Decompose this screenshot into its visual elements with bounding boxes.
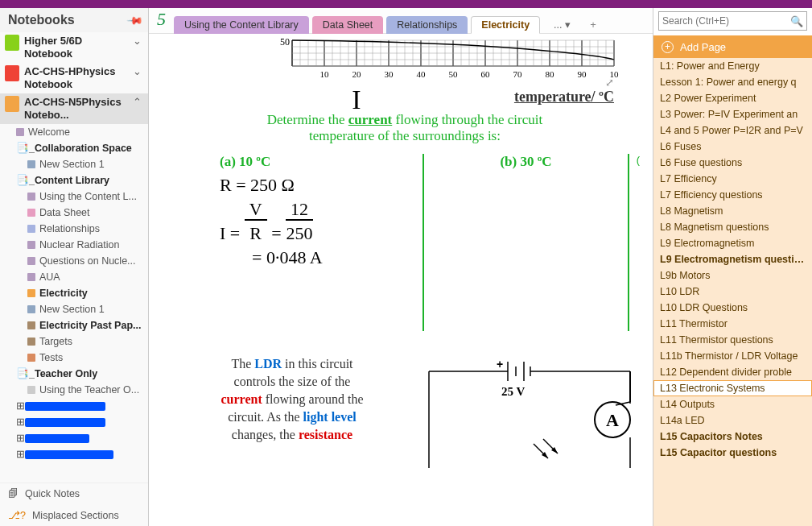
page-item[interactable]: L10 LDR — [653, 284, 812, 300]
note-canvas[interactable]: 50 10203040506070809010 ⤢ temperature/ º… — [149, 34, 653, 526]
tab-relationships[interactable]: Relationships — [386, 16, 468, 34]
handwritten-working: R = 250 Ω I = VR = 12250 = 0·048 A — [220, 173, 422, 270]
page-item[interactable]: L1: Power and Energy — [653, 58, 812, 74]
tab-data-sheet[interactable]: Data Sheet — [312, 16, 384, 34]
sidebar-title: Notebooks — [8, 13, 75, 27]
page-item[interactable]: L13 Electronic Systems — [653, 380, 812, 396]
section-group-teacher[interactable]: 📑 _Teacher Only — [2, 366, 148, 382]
notebook-label: AC-CHS-N5Physics Notebo... — [24, 96, 131, 122]
section-item[interactable]: Electricity Past Pap... — [2, 317, 148, 333]
page-item[interactable]: L11 Thermistor — [653, 316, 812, 332]
plus-icon: + — [662, 41, 674, 53]
add-page-button[interactable]: + Add Page — [653, 35, 812, 58]
notebooks-sidebar: Notebooks 📌 Higher 5/6D Notebook ⌄ AC-CH… — [0, 8, 149, 526]
section-redacted[interactable]: ⊞ — [2, 414, 148, 430]
notes-icon: 🗐 — [8, 488, 19, 499]
section-item[interactable]: New Section 1 — [2, 301, 148, 317]
notebook-swatch — [5, 96, 19, 112]
search-box[interactable]: 🔍 — [658, 11, 807, 31]
search-icon[interactable]: 🔍 — [790, 15, 803, 27]
section-redacted[interactable]: ⊞ — [2, 446, 148, 462]
misplaced-sections[interactable]: ⎇?Misplaced Sections — [0, 504, 148, 526]
tab-electricity[interactable]: Electricity — [471, 16, 540, 34]
warning-icon: ⎇? — [8, 509, 26, 521]
page-item[interactable]: L15 Capacitors Notes — [653, 429, 812, 445]
section-group-content[interactable]: 📑 _Content Library — [2, 172, 148, 188]
page-item[interactable]: L14 Outputs — [653, 396, 812, 412]
page-item[interactable]: L9 Electromagnetism — [653, 235, 812, 251]
section-item[interactable]: Tests — [2, 350, 148, 366]
page-item[interactable]: L6 Fuse questions — [653, 155, 812, 171]
page-item[interactable]: L14a LED — [653, 412, 812, 429]
notebook-item[interactable]: AC-CHS-N5Physics Notebo... ⌃ — [0, 93, 148, 124]
axis-label: temperature/ ºC — [514, 89, 614, 105]
page-item[interactable]: L8 Magnetism — [653, 203, 812, 219]
notebook-item[interactable]: AC-CHS-HPhysics Notebook ⌄ — [0, 63, 148, 93]
section-item[interactable]: Nuclear Radiation — [2, 237, 148, 253]
chevron-down-icon[interactable]: ⌄ — [131, 65, 143, 77]
page-item[interactable]: L11b Thermistor / LDR Voltage — [653, 348, 812, 364]
svg-text:30: 30 — [385, 69, 394, 79]
section-group-collab[interactable]: 📑 _Collaboration Space — [2, 140, 148, 156]
section-glyph: 5 — [157, 9, 166, 30]
page-item[interactable]: L3 Power: P=IV Experiment an — [653, 106, 812, 122]
tab-overflow[interactable]: ... ▾ — [543, 15, 581, 34]
page-item[interactable]: L7 Efficiency — [653, 171, 812, 187]
section-item[interactable]: Relationships — [2, 221, 148, 237]
pin-icon[interactable]: 📌 — [126, 11, 144, 29]
add-section-tab[interactable]: + — [584, 16, 602, 33]
search-input[interactable] — [662, 15, 790, 27]
section-redacted[interactable]: ⊞ — [2, 398, 148, 414]
chevron-down-icon[interactable]: ⌄ — [131, 35, 143, 47]
section-item[interactable]: Questions on Nucle... — [2, 253, 148, 269]
page-item[interactable]: L11 Thermistor questions — [653, 332, 812, 348]
quick-notes[interactable]: 🗐Quick Notes — [0, 483, 148, 504]
temperature-graph: 50 10203040506070809010 — [276, 34, 646, 79]
svg-text:50: 50 — [280, 36, 290, 48]
section-item[interactable]: Data Sheet — [2, 205, 148, 221]
section-item[interactable]: Targets — [2, 333, 148, 350]
svg-text:40: 40 — [417, 69, 427, 79]
svg-text:10: 10 — [320, 69, 330, 79]
svg-text:70: 70 — [513, 69, 523, 79]
page-item[interactable]: L10 LDR Questions — [653, 300, 812, 316]
column-b-label: (b) 30 ºC — [425, 154, 627, 170]
pages-panel: 🔍 + Add Page L1: Power and EnergyLesson … — [653, 8, 812, 526]
page-item[interactable]: L7 Efficiency questions — [653, 187, 812, 203]
page-item[interactable]: L6 Fuses — [653, 139, 812, 155]
svg-text:50: 50 — [449, 69, 459, 79]
notebook-swatch — [5, 65, 19, 81]
add-page-label: Add Page — [680, 41, 726, 53]
page-item[interactable]: L2 Power Experiment — [653, 90, 812, 106]
section-tabs: 5 Using the Content Library Data Sheet R… — [149, 8, 653, 34]
section-item[interactable]: Using the Content L... — [2, 188, 148, 205]
section-electricity[interactable]: Electricity — [2, 285, 148, 301]
notebook-item[interactable]: Higher 5/6D Notebook ⌄ — [0, 32, 148, 63]
page-item[interactable]: L8 Magnetism questions — [653, 219, 812, 235]
circuit-diagram: + 25 V A — [413, 355, 638, 468]
page-item[interactable]: Lesson 1: Power and energy q — [653, 74, 812, 90]
svg-text:A: A — [606, 410, 619, 430]
tab-content-library[interactable]: Using the Content Library — [174, 16, 309, 34]
column-c-label: ( — [630, 154, 646, 339]
svg-text:+: + — [497, 358, 503, 371]
notebook-label: Higher 5/6D Notebook — [24, 35, 131, 60]
svg-text:20: 20 — [352, 69, 362, 79]
svg-text:90: 90 — [578, 69, 587, 79]
page-item[interactable]: L9b Motors — [653, 267, 812, 284]
section-item[interactable]: Using the Teacher O... — [2, 382, 148, 398]
chevron-up-icon[interactable]: ⌃ — [131, 96, 143, 108]
section-redacted[interactable]: ⊞ — [2, 430, 148, 446]
ldr-text: The LDR in this circuit controls the siz… — [163, 355, 397, 468]
section-welcome[interactable]: Welcome — [2, 124, 148, 140]
page-item[interactable]: L12 Dependent divider proble — [653, 364, 812, 380]
section-item[interactable]: New Section 1 — [2, 156, 148, 172]
expand-icon[interactable]: ⤢ — [605, 77, 614, 89]
page-item[interactable]: L9 Electromagnetism question — [653, 251, 812, 267]
page-item[interactable]: L15 Capacitor questions — [653, 445, 812, 461]
section-tree: Welcome 📑 _Collaboration Space New Secti… — [0, 124, 148, 462]
column-a-label: (a) 10 ºC — [220, 154, 422, 170]
page-item[interactable]: L4 and 5 Power P=I2R and P=V — [653, 122, 812, 139]
section-item[interactable]: AUA — [2, 269, 148, 285]
notebook-label: AC-CHS-HPhysics Notebook — [24, 65, 131, 91]
